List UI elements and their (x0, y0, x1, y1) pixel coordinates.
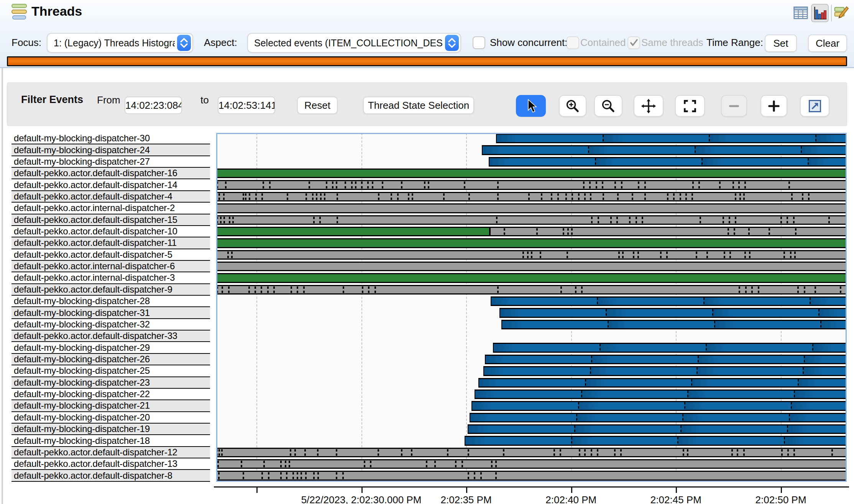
timeline-row (216, 156, 847, 168)
pan-button[interactable] (634, 95, 663, 117)
thread-list-item[interactable]: default-pekko.actor.internal-dispatcher-… (11, 272, 210, 284)
thread-state-bar-gray[interactable] (216, 448, 847, 457)
time-range-set-button[interactable]: Set (765, 34, 797, 52)
thread-list-item[interactable]: default-pekko.actor.default-dispatcher-3… (11, 331, 210, 342)
thread-state-bar-blue[interactable] (496, 134, 847, 143)
thread-state-bar-gray[interactable] (490, 227, 847, 236)
from-time-input[interactable] (125, 97, 182, 114)
thread-list-item[interactable]: default-my-blocking-dispatcher-19 (11, 424, 210, 435)
thread-list-item[interactable]: default-my-blocking-dispatcher-18 (11, 435, 210, 447)
show-concurrent-checkbox[interactable] (473, 36, 485, 49)
time-range-clear-button[interactable]: Clear (808, 34, 847, 52)
event-tick (367, 182, 369, 188)
event-tick (531, 252, 532, 258)
thread-state-bar-blue[interactable] (478, 378, 847, 388)
thread-state-selection-button[interactable]: Thread State Selection (363, 97, 474, 114)
contained-checkbox[interactable] (567, 36, 579, 49)
thread-list-item[interactable]: default-my-blocking-dispatcher-24 (11, 144, 210, 156)
event-tick (791, 193, 793, 200)
thread-state-bar-blue[interactable] (489, 157, 847, 167)
timeline-row (216, 458, 847, 470)
thread-state-bar-gray[interactable] (216, 471, 847, 480)
zoom-in-button[interactable] (559, 95, 586, 117)
thread-state-bar-blue[interactable] (501, 320, 847, 329)
thread-list-item[interactable]: default-my-blocking-dispatcher-22 (11, 389, 210, 400)
thread-state-bar-blue[interactable] (483, 366, 847, 376)
axis-tick-mark (466, 487, 467, 493)
thread-state-bar-blue[interactable] (499, 308, 847, 317)
event-tick (408, 193, 409, 200)
fit-to-window-button[interactable] (675, 95, 705, 117)
thread-state-bar-green[interactable] (216, 227, 490, 236)
export-button[interactable] (800, 95, 829, 117)
thread-list-item[interactable]: default-pekko.actor.internal-dispatcher-… (11, 203, 210, 214)
thread-state-bar-green[interactable] (216, 238, 847, 248)
event-tick (560, 286, 562, 293)
event-tick (591, 217, 593, 223)
thread-list-item[interactable]: default-my-blocking-dispatcher-27 (11, 156, 210, 168)
event-tick (598, 217, 599, 223)
thread-list-item[interactable]: default-pekko.actor.default-dispatcher-1… (11, 458, 210, 470)
thread-list-item[interactable]: default-my-blocking-dispatcher-21 (11, 400, 210, 412)
same-threads-checkbox[interactable] (627, 36, 640, 49)
thread-list-item[interactable]: default-my-blocking-dispatcher-30 (11, 133, 210, 144)
thread-state-bar-gray[interactable] (216, 459, 847, 469)
thread-name: default-my-blocking-dispatcher-18 (11, 435, 150, 446)
add-button[interactable] (760, 95, 787, 117)
event-tick (280, 472, 282, 479)
thread-list-item[interactable]: default-my-blocking-dispatcher-25 (11, 365, 210, 377)
event-tick (474, 472, 475, 479)
aspect-select[interactable]: Selected events (ITEM_COLLECTION_DESC) (247, 33, 461, 53)
segment-separator (784, 437, 785, 444)
thread-state-bar-blue[interactable] (493, 343, 847, 352)
thread-state-bar-gray[interactable] (216, 215, 847, 225)
annotations-button[interactable] (833, 4, 850, 22)
event-tick (228, 286, 230, 293)
thread-state-bar-blue[interactable] (482, 145, 847, 155)
zoom-out-button[interactable] (594, 95, 622, 117)
thread-state-bar-gray[interactable] (216, 203, 847, 213)
thread-state-bar-green[interactable] (216, 273, 847, 283)
thread-list-item[interactable]: default-my-blocking-dispatcher-26 (11, 354, 210, 365)
thread-state-bar-blue[interactable] (475, 389, 847, 399)
select-cursor-button[interactable] (516, 95, 546, 117)
event-tick (495, 461, 497, 467)
thread-list-item[interactable]: default-pekko.actor.internal-dispatcher-… (11, 261, 210, 272)
thread-state-bar-blue[interactable] (485, 355, 847, 364)
thread-list-item[interactable]: default-pekko.actor.default-dispatcher-1… (11, 168, 210, 179)
thread-list-item[interactable]: default-my-blocking-dispatcher-20 (11, 412, 210, 424)
thread-state-bar-gray[interactable] (216, 192, 847, 201)
event-tick (541, 193, 542, 200)
thread-list-item[interactable]: default-pekko.actor.default-dispatcher-1… (11, 226, 210, 237)
event-tick (528, 193, 530, 200)
chart-view-button[interactable] (811, 4, 829, 22)
thread-list-item[interactable]: default-pekko.actor.default-dispatcher-1… (11, 447, 210, 458)
focus-select[interactable]: 1: (Legacy) Threads Histogram S (47, 33, 193, 53)
reset-button[interactable]: Reset (297, 97, 338, 114)
to-time-input[interactable] (218, 97, 275, 114)
remove-button[interactable] (721, 95, 747, 117)
thread-state-bar-green[interactable] (216, 169, 847, 178)
event-tick (739, 286, 740, 293)
thread-list-item[interactable]: default-pekko.actor.default-dispatcher-1… (11, 237, 210, 249)
thread-state-bar-blue[interactable] (491, 296, 847, 306)
event-tick (591, 449, 592, 456)
segment-separator (810, 298, 811, 305)
thread-list-item[interactable]: default-pekko.actor.default-dispatcher-4 (11, 191, 210, 203)
time-range-overview-bar[interactable] (7, 56, 847, 66)
thread-list-item[interactable]: default-pekko.actor.default-dispatcher-1… (11, 179, 210, 191)
thread-list-item[interactable]: default-pekko.actor.default-dispatcher-9 (11, 284, 210, 296)
thread-list-item[interactable]: default-my-blocking-dispatcher-32 (11, 319, 210, 331)
thread-list-item[interactable]: default-my-blocking-dispatcher-29 (11, 342, 210, 353)
timeline-row (216, 377, 847, 389)
thread-list-item[interactable]: default-my-blocking-dispatcher-31 (11, 307, 210, 319)
thread-list-item[interactable]: default-pekko.actor.default-dispatcher-8 (11, 470, 210, 481)
table-view-button[interactable] (792, 4, 810, 22)
thread-state-bar-gray[interactable] (216, 180, 847, 190)
thread-list-item[interactable]: default-pekko.actor.default-dispatcher-1… (11, 214, 210, 226)
thread-state-bar-gray[interactable] (216, 262, 847, 271)
thread-list-item[interactable]: default-my-blocking-dispatcher-28 (11, 296, 210, 307)
thread-list-item[interactable]: default-my-blocking-dispatcher-23 (11, 377, 210, 389)
thread-list-item[interactable]: default-pekko.actor.default-dispatcher-5 (11, 249, 210, 261)
event-tick (614, 182, 616, 188)
